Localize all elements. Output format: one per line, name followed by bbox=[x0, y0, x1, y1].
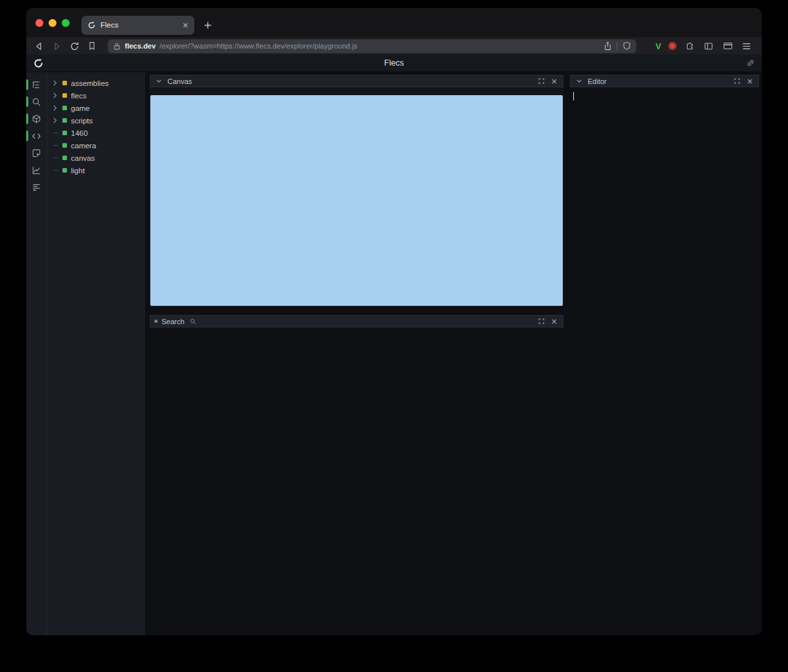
bookmark-icon[interactable] bbox=[86, 40, 98, 52]
search-panel-header[interactable]: Search bbox=[150, 315, 563, 327]
expand-chevron-icon[interactable] bbox=[53, 105, 62, 111]
entities-cube-icon bbox=[32, 114, 41, 124]
share-icon[interactable] bbox=[603, 41, 612, 51]
tree-item[interactable]: light bbox=[47, 164, 145, 177]
zoom-window-button[interactable] bbox=[62, 19, 70, 27]
editor-text-area[interactable] bbox=[570, 87, 759, 104]
tree-item-label: light bbox=[71, 167, 85, 175]
extension-cluster: V bbox=[655, 40, 753, 52]
new-tab-button[interactable] bbox=[204, 21, 212, 30]
fullscreen-icon[interactable] bbox=[536, 317, 546, 326]
panel-title: Editor bbox=[588, 77, 607, 85]
menu-hamburger-icon[interactable] bbox=[741, 40, 753, 52]
fullscreen-icon[interactable] bbox=[536, 77, 546, 86]
app-header: Flecs bbox=[26, 54, 762, 72]
tree-item[interactable]: game bbox=[47, 102, 145, 114]
expand-chevron-icon[interactable] bbox=[53, 117, 62, 123]
entity-tree-panel: assemblies flecs game scripts 1460 bbox=[47, 72, 145, 635]
active-indicator bbox=[26, 114, 28, 124]
sidebar-toggle-icon[interactable] bbox=[703, 40, 714, 52]
tree-item-label: scripts bbox=[71, 117, 93, 125]
tree-item[interactable]: canvas bbox=[47, 152, 145, 164]
entity-color-swatch bbox=[62, 156, 67, 160]
tree-item[interactable]: assemblies bbox=[47, 77, 145, 89]
render-canvas[interactable] bbox=[150, 95, 563, 306]
entity-color-swatch bbox=[62, 93, 67, 98]
panel-title: Canvas bbox=[167, 77, 192, 85]
tree-item-label: flecs bbox=[71, 92, 87, 100]
share-link-icon[interactable] bbox=[746, 58, 755, 68]
minimize-window-button[interactable] bbox=[49, 19, 56, 27]
tab-close-icon[interactable] bbox=[183, 22, 188, 28]
lock-icon bbox=[113, 42, 121, 51]
stats-rows-icon bbox=[32, 183, 41, 192]
tree-item-label: 1460 bbox=[71, 129, 88, 137]
close-icon[interactable] bbox=[745, 77, 755, 86]
expand-chevron-icon[interactable] bbox=[53, 80, 62, 86]
search-icon bbox=[32, 97, 41, 107]
panel-title: Search bbox=[162, 318, 185, 326]
collapsed-dot-icon[interactable] bbox=[154, 320, 158, 323]
tree-item[interactable]: 1460 bbox=[47, 127, 145, 139]
sidebar-item-charts[interactable] bbox=[26, 161, 47, 178]
editor-panel: Editor bbox=[570, 75, 759, 104]
tree-guide-line bbox=[53, 133, 62, 133]
close-icon[interactable] bbox=[550, 317, 559, 326]
browser-toolbar: flecs.dev /explorer/?wasm=https://www.fl… bbox=[26, 37, 762, 54]
tab-favicon-flecs-icon bbox=[87, 21, 96, 30]
blocker-extension-icon[interactable] bbox=[668, 42, 676, 50]
left-icon-strip bbox=[26, 72, 47, 635]
toolbar-divider bbox=[617, 42, 617, 50]
sidebar-item-search[interactable] bbox=[26, 93, 47, 110]
browser-tab-bar: Flecs bbox=[26, 8, 762, 37]
tree-item[interactable]: camera bbox=[47, 139, 145, 152]
tree-item[interactable]: scripts bbox=[47, 114, 145, 127]
page-title: Flecs bbox=[26, 58, 762, 68]
entity-color-swatch bbox=[62, 118, 67, 123]
inspect-cursor-icon bbox=[32, 148, 41, 158]
entity-color-swatch bbox=[62, 168, 67, 173]
sidebar-item-code[interactable] bbox=[26, 127, 47, 144]
close-icon[interactable] bbox=[550, 77, 559, 86]
tree-item-label: canvas bbox=[71, 154, 95, 162]
browser-tab[interactable]: Flecs bbox=[81, 16, 194, 35]
entity-color-swatch bbox=[62, 81, 67, 85]
sidebar-item-stats[interactable] bbox=[26, 178, 47, 196]
canvas-panel: Canvas bbox=[150, 75, 563, 306]
active-indicator bbox=[26, 79, 28, 90]
reload-icon[interactable] bbox=[68, 40, 80, 52]
url-host: flecs.dev bbox=[125, 42, 156, 50]
tree-item-label: assemblies bbox=[71, 79, 109, 87]
wallet-card-icon[interactable] bbox=[722, 40, 733, 52]
tree-item[interactable]: flecs bbox=[47, 89, 145, 102]
expand-chevron-icon[interactable] bbox=[53, 93, 62, 98]
tab-title: Flecs bbox=[100, 21, 178, 29]
shield-icon[interactable] bbox=[622, 41, 631, 51]
close-window-button[interactable] bbox=[35, 19, 43, 27]
canvas-panel-header[interactable]: Canvas bbox=[150, 75, 563, 87]
collapse-chevron-icon[interactable] bbox=[575, 77, 584, 86]
collapse-chevron-icon[interactable] bbox=[154, 77, 164, 86]
app-body: assemblies flecs game scripts 1460 bbox=[26, 72, 762, 635]
vimium-extension-icon[interactable]: V bbox=[655, 42, 661, 51]
sidebar-item-entity-tree[interactable] bbox=[26, 76, 47, 93]
active-indicator bbox=[26, 131, 28, 141]
extensions-puzzle-icon[interactable] bbox=[684, 40, 695, 52]
window-controls bbox=[35, 19, 70, 27]
sidebar-item-entities[interactable] bbox=[26, 110, 47, 127]
tree-guide-line bbox=[53, 145, 62, 146]
code-icon bbox=[32, 132, 41, 140]
tree-guide-line bbox=[53, 158, 62, 158]
text-caret bbox=[573, 92, 574, 100]
editor-panel-header[interactable]: Editor bbox=[570, 75, 759, 87]
main-area: Canvas Sea bbox=[145, 72, 762, 635]
entity-tree-icon bbox=[32, 80, 41, 90]
browser-window: Flecs flecs.dev /explorer/?wasm=http bbox=[26, 8, 762, 635]
tree-item-label: camera bbox=[71, 142, 96, 150]
url-bar[interactable]: flecs.dev /explorer/?wasm=https://www.fl… bbox=[108, 39, 636, 53]
fullscreen-icon[interactable] bbox=[732, 77, 741, 86]
back-icon[interactable] bbox=[33, 40, 45, 52]
forward-icon[interactable] bbox=[51, 40, 62, 52]
entity-color-swatch bbox=[62, 131, 67, 135]
sidebar-item-inspect[interactable] bbox=[26, 144, 47, 161]
